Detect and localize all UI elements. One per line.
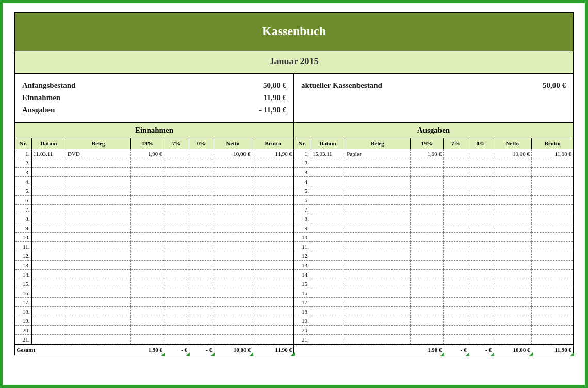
cell[interactable] xyxy=(532,261,573,270)
cell[interactable] xyxy=(214,298,252,307)
cell[interactable]: 4. xyxy=(15,177,31,186)
cell[interactable] xyxy=(468,223,493,233)
cell[interactable] xyxy=(311,242,345,251)
cell[interactable] xyxy=(443,149,468,158)
cell[interactable] xyxy=(311,298,345,307)
cell[interactable] xyxy=(493,335,532,344)
cell[interactable] xyxy=(493,261,532,270)
cell[interactable]: 2. xyxy=(294,158,311,168)
cell[interactable] xyxy=(311,279,345,288)
cell[interactable]: 11,90 € xyxy=(532,149,573,158)
cell[interactable]: 10. xyxy=(294,233,311,242)
cell[interactable] xyxy=(189,149,214,158)
cell[interactable] xyxy=(164,298,189,307)
cell[interactable] xyxy=(214,307,252,316)
cell[interactable] xyxy=(493,177,532,186)
cell[interactable]: 18. xyxy=(294,307,311,316)
cell[interactable] xyxy=(31,251,66,261)
cell[interactable] xyxy=(131,186,164,196)
cell[interactable] xyxy=(468,242,493,251)
cell[interactable] xyxy=(493,168,532,177)
cell[interactable] xyxy=(443,223,468,233)
cell[interactable]: 6. xyxy=(15,196,31,205)
cell[interactable] xyxy=(410,261,443,270)
cell[interactable] xyxy=(131,223,164,233)
cell[interactable] xyxy=(131,196,164,205)
cell[interactable] xyxy=(214,233,252,242)
cell[interactable] xyxy=(189,205,214,214)
cell[interactable] xyxy=(311,177,345,186)
cell[interactable] xyxy=(345,279,410,288)
cell[interactable] xyxy=(468,214,493,223)
cell[interactable]: 12. xyxy=(15,251,31,261)
cell[interactable] xyxy=(189,288,214,298)
cell[interactable] xyxy=(214,242,252,251)
cell[interactable]: 1,90 € xyxy=(131,149,164,158)
cell[interactable] xyxy=(345,242,410,251)
cell[interactable] xyxy=(532,196,573,205)
cell[interactable] xyxy=(532,177,573,186)
cell[interactable]: 18. xyxy=(15,307,31,316)
cell[interactable] xyxy=(443,205,468,214)
cell[interactable] xyxy=(214,205,252,214)
cell[interactable] xyxy=(345,270,410,279)
cell[interactable] xyxy=(189,214,214,223)
cell[interactable] xyxy=(410,279,443,288)
cell[interactable] xyxy=(164,288,189,298)
cell[interactable] xyxy=(532,214,573,223)
cell[interactable] xyxy=(311,251,345,261)
cell[interactable] xyxy=(345,326,410,335)
cell[interactable] xyxy=(131,326,164,335)
cell[interactable] xyxy=(189,233,214,242)
cell[interactable] xyxy=(468,251,493,261)
cell[interactable] xyxy=(468,335,493,344)
cell[interactable]: 16. xyxy=(15,288,31,298)
cell[interactable] xyxy=(189,307,214,316)
cell[interactable] xyxy=(164,261,189,270)
cell[interactable] xyxy=(66,158,131,168)
cell[interactable] xyxy=(66,177,131,186)
cell[interactable] xyxy=(252,335,293,344)
cell[interactable] xyxy=(252,326,293,335)
cell[interactable]: 19. xyxy=(294,316,311,326)
cell[interactable] xyxy=(468,316,493,326)
cell[interactable] xyxy=(532,223,573,233)
cell[interactable] xyxy=(66,261,131,270)
cell[interactable] xyxy=(468,158,493,168)
cell[interactable] xyxy=(66,214,131,223)
cell[interactable] xyxy=(164,158,189,168)
cell[interactable]: 1. xyxy=(15,149,31,158)
cell[interactable] xyxy=(410,270,443,279)
cell[interactable] xyxy=(443,177,468,186)
cell[interactable] xyxy=(131,233,164,242)
cell[interactable] xyxy=(189,316,214,326)
cell[interactable] xyxy=(66,270,131,279)
cell[interactable] xyxy=(410,316,443,326)
cell[interactable] xyxy=(214,223,252,233)
cell[interactable] xyxy=(189,223,214,233)
cell[interactable] xyxy=(311,205,345,214)
cell[interactable] xyxy=(443,158,468,168)
cell[interactable] xyxy=(252,196,293,205)
cell[interactable] xyxy=(66,316,131,326)
cell[interactable] xyxy=(214,196,252,205)
cell[interactable] xyxy=(31,223,66,233)
cell[interactable] xyxy=(252,270,293,279)
cell[interactable] xyxy=(164,214,189,223)
cell[interactable] xyxy=(164,316,189,326)
cell[interactable]: 20. xyxy=(15,326,31,335)
cell[interactable] xyxy=(311,316,345,326)
cell[interactable] xyxy=(443,214,468,223)
cell[interactable] xyxy=(345,205,410,214)
cell[interactable] xyxy=(31,335,66,344)
cell[interactable] xyxy=(164,242,189,251)
cell[interactable] xyxy=(252,214,293,223)
cell[interactable] xyxy=(468,298,493,307)
cell[interactable] xyxy=(66,205,131,214)
cell[interactable] xyxy=(345,251,410,261)
cell[interactable] xyxy=(443,335,468,344)
cell[interactable]: 9. xyxy=(294,223,311,233)
cell[interactable] xyxy=(493,270,532,279)
cell[interactable] xyxy=(468,233,493,242)
cell[interactable]: 19. xyxy=(15,316,31,326)
